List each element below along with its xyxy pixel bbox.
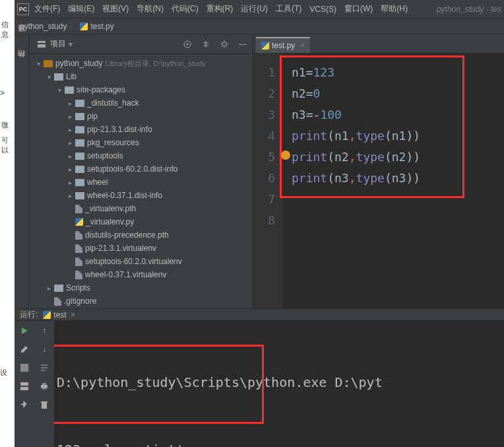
tree-node[interactable]: ▸Scripts [32,281,253,294]
trash-icon[interactable] [38,399,50,411]
svg-point-4 [222,42,226,46]
svg-rect-0 [38,41,46,43]
close-icon[interactable]: × [71,310,75,320]
tree-twisty-icon[interactable] [66,231,74,239]
tree-node[interactable]: .gitignore [32,294,253,308]
tree-node[interactable]: setuptools-60.2.0.virtualenv [32,255,253,268]
tree-node-label: Scripts [66,283,90,292]
gear-icon[interactable] [218,38,230,50]
svg-rect-6 [20,364,28,372]
menu-code[interactable]: 代码(C) [172,3,199,15]
soft-wrap-icon[interactable] [38,362,50,374]
tree-node[interactable]: wheel-0.37.1.virtualenv [32,268,253,281]
crumb-sep: 〉 [69,20,77,32]
file-icon [75,244,82,253]
tree-node-label: _virtualenv.pth [85,204,136,213]
app-logo: PC [17,3,29,15]
line-number: 7 [253,189,275,210]
left-tool-stripe: 项目 结构 [15,34,29,308]
hide-panel-icon[interactable]: — [237,38,249,50]
tree-twisty-icon[interactable]: ▸ [45,284,53,292]
tree-twisty-icon[interactable] [45,297,53,305]
project-tool-window: 项目 ▾ — ▾python_studyLibrary根目录, D:\pytho… [29,34,253,308]
menu-vcs[interactable]: VCS(S) [309,5,336,14]
tree-twisty-icon[interactable] [66,271,74,279]
tree-twisty-icon[interactable]: ▸ [66,125,74,133]
project-view-icon[interactable] [36,38,47,50]
line-number: 2 [253,83,275,104]
tree-twisty-icon[interactable] [66,244,74,252]
code-line[interactable] [292,210,504,231]
tree-node[interactable]: distutils-precedence.pth [32,228,253,242]
tree-twisty-icon[interactable] [66,218,74,226]
crumb-root[interactable]: python_study [20,22,67,31]
tree-twisty-icon[interactable]: ▸ [66,191,74,199]
tree-twisty-icon[interactable]: ▾ [34,59,42,67]
tree-node[interactable]: ▸pip [32,110,253,123]
tree-twisty-icon[interactable]: ▾ [45,73,53,81]
code-content[interactable]: n1=123n2=0n3=-100print(n1,type(n1))print… [282,53,504,308]
intention-bulb-icon[interactable] [281,151,290,160]
tree-twisty-icon[interactable] [66,258,74,265]
tree-node[interactable]: _virtualenv.py [32,215,253,228]
menu-refactor[interactable]: 重构(R) [206,3,234,15]
menu-run[interactable]: 运行(U) [241,3,268,15]
up-stack-icon[interactable]: ↑ [38,325,50,337]
down-stack-icon[interactable]: ↓ [38,343,50,355]
rerun-icon[interactable] [18,325,30,337]
tree-node[interactable]: ▸pip-21.3.1.dist-info [32,123,253,136]
menu-help[interactable]: 帮助(H) [381,3,408,15]
tree-twisty-icon[interactable]: ▸ [66,165,74,173]
tree-node-label: _virtualenv.py [86,217,134,226]
python-file-icon [80,22,88,30]
project-panel-title: 项目 [50,38,66,50]
tree-twisty-icon[interactable]: ▸ [66,152,74,160]
project-tree[interactable]: ▾python_studyLibrary根目录, D:\python_study… [29,54,253,308]
tree-twisty-icon[interactable]: ▸ [66,112,74,120]
edit-config-icon[interactable] [18,343,30,355]
tree-node-label: _distutils_hack [87,98,139,108]
tree-node[interactable]: pip-21.3.1.virtualenv [32,242,253,255]
tree-node[interactable]: ▸_distutils_hack [32,96,253,110]
run-tool-window: 运行: test × ↑ ↓ [15,308,504,447]
dir-icon [75,100,84,107]
locate-icon[interactable] [181,38,193,50]
menu-nav[interactable]: 导航(N) [137,3,164,15]
tree-node[interactable]: _virtualenv.pth [32,202,253,215]
toggle-layout-icon[interactable] [18,380,30,392]
tree-twisty-icon[interactable]: ▸ [66,139,74,147]
tree-twisty-icon[interactable] [66,205,74,213]
menu-tools[interactable]: 工具(T) [276,3,301,15]
print-icon[interactable] [38,380,50,392]
annotation-box-code [280,55,464,198]
tab-test-py[interactable]: test.py × [256,37,310,53]
crumb-file[interactable]: test.py [90,22,113,31]
menu-file[interactable]: 文件(F) [34,3,60,15]
tree-twisty-icon[interactable]: ▸ [66,178,74,186]
tree-twisty-icon[interactable]: ▸ [66,99,74,107]
tree-node[interactable]: ▾Lib [32,70,253,83]
pin-icon[interactable] [18,399,30,411]
tree-twisty-icon[interactable]: ▾ [55,86,63,94]
tree-node[interactable]: ▸setuptools-60.2.0.dist-info [32,162,253,176]
stop-icon[interactable] [18,362,30,374]
svg-marker-5 [22,327,28,334]
svg-rect-1 [38,44,46,48]
chevron-down-icon[interactable]: ▾ [69,40,73,49]
menu-window[interactable]: 窗口(W) [344,3,373,15]
dir-icon [75,139,84,147]
tree-node[interactable]: ▾python_studyLibrary根目录, D:\python_study [32,57,253,70]
run-config-name[interactable]: test [53,310,66,320]
tree-node[interactable]: ▸wheel-0.37.1.dist-info [32,189,253,202]
close-icon[interactable]: × [300,41,305,50]
menu-edit[interactable]: 编辑(E) [68,3,94,15]
code-area[interactable]: 12345678 n1=123n2=0n3=-100print(n1,type(… [253,53,504,308]
tree-node[interactable]: ▾site-packages [32,83,253,96]
tree-node[interactable]: ▸wheel [32,176,253,189]
tree-node[interactable]: ▸pkg_resources [32,136,253,149]
file-icon [75,271,82,279]
tree-node[interactable]: ▸setuptools [32,149,253,162]
console-output[interactable]: D:\python_study\Scripts\python.exe D:\py… [54,321,504,447]
menu-view[interactable]: 视图(V) [102,3,129,15]
expand-all-icon[interactable] [200,38,212,50]
